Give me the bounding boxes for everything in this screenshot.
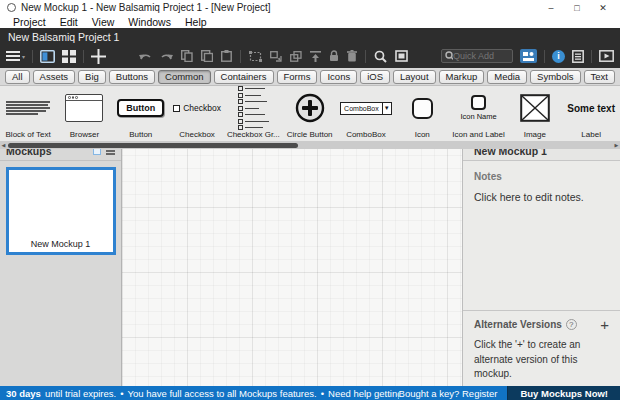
library-item-checkbox-group[interactable]: Checkbox Gr... [225,86,281,141]
toolbar-divider [365,50,366,63]
library-item-checkbox[interactable]: Checkbox Checkbox [169,86,225,141]
tab-icons[interactable]: Icons [320,70,357,84]
help-icon[interactable]: ? [566,319,577,330]
tab-forms[interactable]: Forms [277,70,318,84]
mockup-thumbnail[interactable]: New Mockup 1 [6,167,116,255]
help-link[interactable]: Need help getting started? [328,388,399,399]
tab-symbols[interactable]: Symbols [530,70,580,84]
chevron-down-icon: ▾ [22,53,25,60]
bring-forward-icon[interactable] [290,51,302,62]
toolbar-divider [240,50,241,63]
library-item-combobox[interactable]: ComboBox▼ ComboBox [338,86,394,141]
close-button[interactable]: ✕ [590,3,616,13]
icon-shape [412,98,433,119]
block-of-text-icon [6,100,50,117]
library-item-icon-and-label[interactable]: Icon Name Icon and Label [450,86,506,141]
library-item-block-of-text[interactable]: Block of Text [0,86,56,141]
minimize-button[interactable]: – [538,3,564,13]
button-icon: Button [117,99,164,117]
menu-bar: Project Edit View Windows Help [0,15,620,28]
actual-size-icon[interactable] [395,50,408,62]
project-info-icon[interactable]: i [552,50,565,63]
mockup-thumbnail-label: New Mockup 1 [31,239,91,252]
menu-view[interactable]: View [85,16,122,28]
alternate-versions-section: Alternate Versions ? + Click the '+' to … [463,310,620,386]
tab-assets[interactable]: Assets [33,70,76,84]
menu-windows[interactable]: Windows [121,16,178,28]
title-bar: New Mockup 1 - New Balsamiq Project 1 - … [0,0,620,15]
menu-edit[interactable]: Edit [53,16,85,28]
browser-window-icon [65,94,103,122]
tab-media[interactable]: Media [487,70,527,84]
scroll-left-icon[interactable]: ◀ [0,141,7,149]
paste-icon[interactable] [221,50,232,62]
single-panel-view-icon[interactable] [40,50,55,63]
add-alternate-icon[interactable]: + [600,319,609,330]
inspector-panel: New Mockup 1 Notes Click here to edit no… [462,142,620,386]
window-title: New Mockup 1 - New Balsamiq Project 1 - … [21,2,538,13]
zoom-icon[interactable] [374,50,387,63]
library-item-circle-button[interactable]: Circle Button [281,86,337,141]
copy-icon[interactable] [181,50,193,62]
undo-icon[interactable] [139,51,152,62]
mockups-sidebar: Mockups New Mockup 1 [0,142,122,386]
lock-icon[interactable] [329,50,339,62]
library-item-image[interactable]: Image [507,86,563,141]
checkbox-group-icon [238,86,269,130]
toolbar-divider [32,50,33,63]
transform-icon[interactable] [249,51,262,62]
buy-mockups-button[interactable]: Buy Mockups Now! [507,386,620,400]
notes-section: Notes Click here to edit notes. [463,161,620,310]
tab-ios[interactable]: iOS [360,70,390,84]
mockup-canvas[interactable] [122,142,462,386]
library-item-label[interactable]: Some text Label [563,86,619,141]
quick-add-box[interactable] [441,49,513,63]
image-placeholder-icon [520,94,550,122]
trial-days: 30 days [6,388,41,399]
status-bar: 30 days until trial expires. • You have … [0,386,620,400]
circle-button-icon [295,93,325,123]
ui-library-strip: Block of Text Browser Button Button Chec… [0,86,620,142]
grid-view-icon[interactable] [62,50,76,63]
notes-panel-icon[interactable] [572,50,584,63]
menu-help[interactable]: Help [178,16,214,28]
duplicate-icon[interactable] [201,50,213,62]
maximize-button[interactable]: □ [564,3,590,13]
notes-placeholder[interactable]: Click here to edit notes. [474,191,609,203]
library-item-browser[interactable]: Browser [56,86,112,141]
tab-common[interactable]: Common [158,70,211,84]
scroll-right-icon[interactable]: ▶ [613,141,620,149]
hamburger-menu-icon[interactable]: ▾ [6,51,25,62]
align-icon[interactable] [310,51,321,62]
alternate-versions-title: Alternate Versions [474,319,562,330]
scrollbar-thumb[interactable] [8,143,298,148]
notes-label: Notes [474,171,609,182]
bullet-separator: • [321,388,324,399]
checkbox-icon [173,105,180,112]
tab-containers[interactable]: Containers [214,70,274,84]
register-link[interactable]: Bought a key? Register [399,388,498,399]
tab-text[interactable]: Text [584,70,615,84]
present-fullscreen-icon[interactable] [599,50,614,62]
tab-layout[interactable]: Layout [393,70,436,84]
library-item-icon[interactable]: Icon [394,86,450,141]
tab-all[interactable]: All [5,70,30,84]
trial-text: until trial expires. [45,388,116,399]
tab-big[interactable]: Big [78,70,106,84]
quick-add-input[interactable] [453,51,509,61]
combobox-icon: ComboBox▼ [340,102,392,115]
menu-project[interactable]: Project [6,16,53,28]
redo-icon[interactable] [160,51,173,62]
group-icon[interactable] [270,51,282,62]
ui-library-toggle-icon[interactable] [520,49,537,63]
library-item-button[interactable]: Button Button [113,86,169,141]
library-category-tabs: All Assets Big Buttons Common Containers… [0,68,620,86]
tab-buttons[interactable]: Buttons [109,70,155,84]
search-icon [445,51,453,61]
toolbar-divider [544,50,545,63]
access-message: You have full access to all Mockups feat… [127,388,316,399]
tab-markup[interactable]: Markup [439,70,485,84]
add-mockup-icon[interactable] [91,49,106,64]
delete-icon[interactable] [347,50,357,62]
library-scrollbar[interactable]: ◀ ▶ [0,141,620,149]
